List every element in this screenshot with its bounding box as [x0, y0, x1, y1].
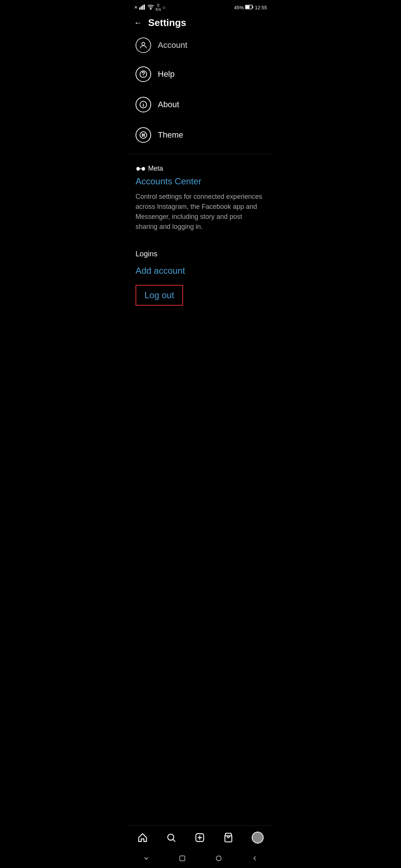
- back-button[interactable]: ←: [134, 18, 142, 28]
- help-icon: [136, 66, 151, 82]
- svg-point-13: [140, 132, 147, 138]
- meta-logo-icon: [136, 166, 146, 172]
- header: ← Settings: [128, 13, 273, 34]
- settings-item-about[interactable]: About: [128, 89, 273, 120]
- wifi-icon: [147, 4, 154, 11]
- svg-rect-6: [246, 6, 250, 9]
- svg-rect-0: [139, 7, 140, 10]
- svg-rect-3: [144, 4, 145, 10]
- about-label: About: [158, 100, 179, 109]
- about-icon: [136, 97, 151, 112]
- account-icon: [136, 37, 151, 53]
- accounts-center-description: Control settings for connected experienc…: [136, 192, 265, 232]
- settings-item-account[interactable]: Account: [128, 34, 273, 59]
- svg-point-4: [150, 9, 151, 10]
- time: 12:55: [255, 5, 267, 10]
- theme-icon: [136, 127, 151, 143]
- svg-point-7: [142, 42, 145, 45]
- svg-rect-2: [142, 5, 143, 10]
- meta-text: Meta: [148, 165, 163, 172]
- settings-list: Account Help About: [128, 34, 273, 150]
- page-title: Settings: [148, 17, 186, 29]
- data-icon: ○: [162, 4, 165, 10]
- logout-label: Log out: [144, 290, 174, 300]
- status-left: ✕ 0K/s ○: [134, 3, 166, 11]
- settings-item-help[interactable]: Help: [128, 59, 273, 89]
- svg-point-18: [143, 134, 144, 136]
- signal-bars-icon: [139, 4, 146, 11]
- meta-logo-row: Meta: [136, 165, 265, 172]
- theme-label: Theme: [158, 130, 183, 140]
- logins-title: Logins: [136, 250, 265, 258]
- add-account-link[interactable]: Add account: [136, 266, 265, 276]
- svg-rect-1: [141, 6, 142, 10]
- logout-button[interactable]: Log out: [136, 285, 183, 306]
- status-right: 45% 12:55: [234, 5, 267, 10]
- logins-section: Logins Add account Log out: [128, 239, 273, 306]
- battery-icon: [245, 5, 253, 10]
- settings-item-theme[interactable]: Theme: [128, 120, 273, 150]
- svg-point-11: [143, 103, 144, 103]
- account-label: Account: [158, 40, 188, 50]
- meta-section: Meta Accounts Center Control settings fo…: [128, 154, 273, 239]
- battery-percent: 45%: [234, 5, 244, 10]
- accounts-center-link[interactable]: Accounts Center: [136, 176, 265, 187]
- status-bar: ✕ 0K/s ○ 45%: [128, 0, 273, 13]
- svg-point-9: [143, 76, 144, 76]
- signal-x-icon: ✕: [134, 5, 138, 10]
- data-speed: 0K/s: [156, 3, 161, 11]
- help-label: Help: [158, 69, 175, 79]
